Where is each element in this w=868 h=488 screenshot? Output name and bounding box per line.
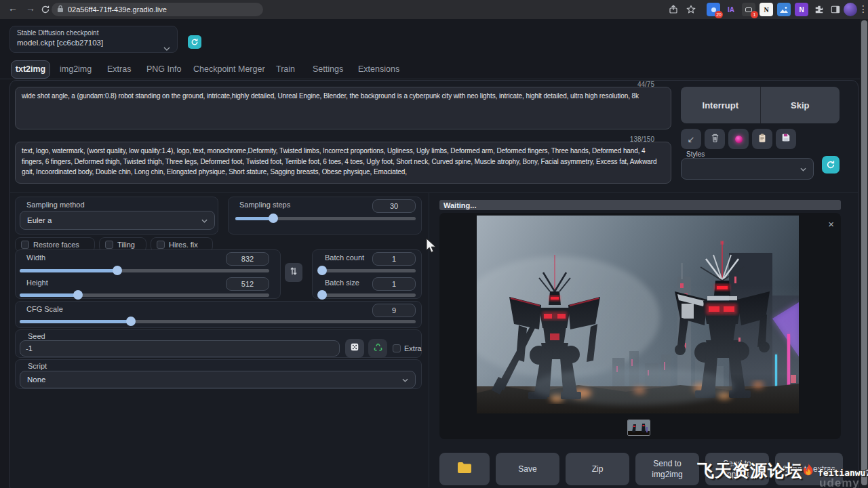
script-label: Script [28, 362, 47, 370]
open-folder-button[interactable] [439, 453, 490, 485]
purple-extension-icon[interactable]: N [795, 3, 808, 16]
ia-extension-icon[interactable]: IA [724, 3, 738, 16]
restore-faces-label: Restore faces [33, 241, 79, 249]
checkpoint-panel: Stable Diffusion checkpoint model.ckpt [… [9, 26, 178, 53]
batch-count-label: Batch count [325, 253, 364, 262]
styles-dropdown[interactable] [681, 158, 814, 180]
floppy-save-icon [781, 133, 791, 145]
send-to-inpaint-button[interactable]: Send to inpaint [705, 453, 769, 485]
cfg-value[interactable]: 9 [372, 304, 416, 317]
checkpoint-value[interactable]: model.ckpt [cc6cb27103] [17, 39, 103, 47]
prompt-textarea[interactable]: wide shot angle, a (gundam:0.8) robot st… [15, 87, 671, 129]
extra-networks-icon [735, 136, 743, 143]
sampling-method-dropdown[interactable]: Euler a [20, 211, 215, 230]
extra-networks-button[interactable] [728, 129, 749, 149]
zip-button[interactable]: Zip [566, 453, 629, 485]
pin-extension-badge: 20 [715, 11, 723, 18]
folder-icon [457, 462, 472, 476]
height-slider[interactable] [20, 290, 269, 300]
recycle-icon [373, 342, 383, 355]
sampling-steps-slider[interactable] [235, 214, 416, 223]
gallery-thumbnail[interactable] [627, 420, 650, 436]
sampling-method-group: Sampling method Euler a [15, 197, 218, 235]
tabs-divider [0, 79, 868, 79]
swap-arrows-icon [290, 266, 298, 279]
width-slider[interactable] [20, 266, 269, 275]
extensions-puzzle-icon[interactable] [812, 3, 826, 16]
batch-count-slider[interactable] [318, 266, 416, 275]
apply-style-button[interactable] [752, 129, 772, 149]
extra-seed-label: Extra [404, 344, 422, 352]
save-button[interactable]: Save [496, 453, 559, 485]
notion-extension-icon[interactable]: N [760, 3, 773, 16]
profile-avatar[interactable] [844, 3, 857, 16]
tab-extensions[interactable]: Extensions [358, 64, 399, 74]
skip-button[interactable]: Skip [761, 87, 840, 123]
tab-png-info[interactable]: PNG Info [146, 64, 181, 74]
image-extension-icon[interactable] [777, 3, 791, 16]
extra-seed-checkbox[interactable] [393, 344, 401, 352]
height-label: Height [26, 279, 48, 287]
styles-label: Styles [686, 150, 705, 158]
batch-size-slider[interactable] [318, 290, 416, 300]
chevron-down-icon [163, 41, 170, 54]
share-icon[interactable] [669, 5, 678, 17]
tab-extras[interactable]: Extras [107, 64, 131, 74]
swap-dimensions-button[interactable] [285, 263, 302, 282]
paste-params-button[interactable]: ↙ [681, 129, 701, 149]
refresh-checkpoints-button[interactable] [188, 35, 201, 49]
url-text: 02a56ff4-71ff-439e.gradio.live [68, 5, 167, 14]
close-icon[interactable]: × [828, 218, 834, 230]
hires-fix-checkbox[interactable] [157, 241, 165, 249]
side-panel-icon[interactable] [829, 3, 842, 16]
clear-prompt-button[interactable] [705, 129, 725, 149]
reload-icon[interactable] [41, 5, 50, 17]
scrollbar-track[interactable] [860, 19, 868, 488]
tab-img2img[interactable]: img2img [60, 64, 92, 74]
restore-faces-checkbox[interactable] [21, 241, 29, 249]
interrupt-button[interactable]: Interrupt [681, 87, 761, 123]
height-value[interactable]: 512 [226, 277, 269, 291]
sampling-steps-value[interactable]: 30 [372, 199, 416, 213]
browser-menu-icon[interactable]: ⋮ [859, 3, 868, 14]
cfg-label: CFG Scale [26, 305, 63, 313]
save-style-button[interactable] [776, 129, 796, 149]
send-to-img2img-button[interactable]: Send to img2img [635, 453, 699, 485]
reuse-seed-button[interactable] [368, 339, 387, 358]
batch-size-value[interactable]: 1 [372, 277, 416, 291]
seed-input[interactable]: -1 [20, 340, 340, 357]
row-divider [10, 192, 858, 193]
send-to-extras-button[interactable]: Send to extras [775, 453, 843, 485]
image-viewer: × [439, 213, 841, 439]
pin-extension-icon[interactable]: 20 [707, 3, 720, 16]
random-seed-button[interactable] [345, 339, 364, 358]
lock-icon [57, 3, 64, 16]
tab-txt2img[interactable]: txt2img [11, 60, 50, 79]
cfg-group: CFG Scale 9 [15, 301, 422, 328]
script-dropdown[interactable]: None [20, 371, 416, 388]
progress-bar: Waiting... [439, 200, 841, 210]
batch-count-value[interactable]: 1 [372, 252, 416, 266]
stable-diffusion-webui: ← → 02a56ff4-71ff-439e.gradio.live 20 IA… [0, 0, 868, 488]
tab-train[interactable]: Train [276, 64, 295, 74]
width-value[interactable]: 832 [226, 252, 269, 266]
tab-checkpoint-merger[interactable]: Checkpoint Merger [193, 64, 265, 74]
cfg-slider[interactable] [20, 317, 416, 326]
back-icon[interactable]: ← [8, 3, 18, 14]
address-bar[interactable]: 02a56ff4-71ff-439e.gradio.live [52, 3, 263, 16]
width-label: Width [26, 253, 45, 262]
tiling-label: Tiling [117, 241, 135, 249]
negative-prompt-textarea[interactable]: text, logo, watermark, (worst quality, l… [15, 142, 671, 184]
trash-icon [710, 133, 720, 146]
chevron-down-icon [800, 165, 806, 173]
bookmark-star-icon[interactable] [686, 5, 696, 17]
tab-settings[interactable]: Settings [313, 64, 343, 74]
screenshot-extension-icon[interactable]: 1 [742, 3, 755, 16]
chevron-down-icon [402, 375, 408, 384]
forward-icon[interactable]: → [26, 3, 35, 14]
scrollbar-thumb[interactable] [861, 20, 867, 485]
dimensions-group: Width 832 Height 512 [15, 249, 281, 299]
generated-image[interactable] [477, 216, 799, 413]
refresh-styles-button[interactable] [822, 156, 840, 174]
tiling-checkbox[interactable] [105, 241, 113, 249]
